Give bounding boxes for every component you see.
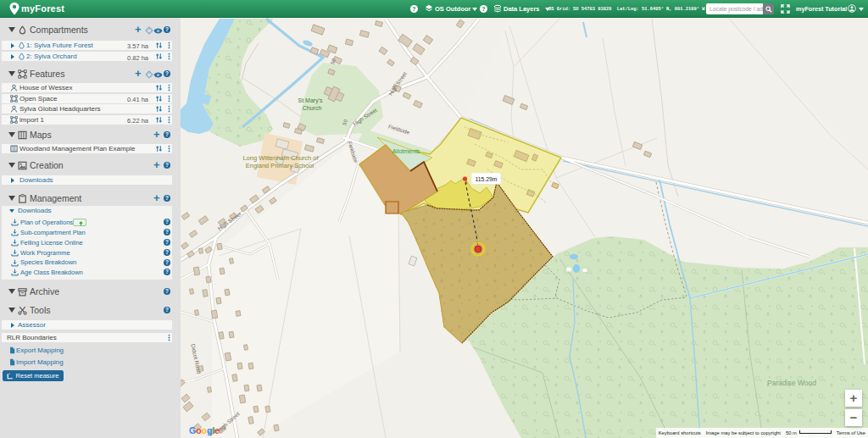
svg-text:Allotments: Allotments <box>392 148 420 154</box>
svg-text:115.29m: 115.29m <box>476 176 498 182</box>
svg-text:Long Wittenham Church of: Long Wittenham Church of <box>242 154 319 162</box>
svg-text:St Mary's: St Mary's <box>298 97 323 104</box>
svg-text:Church: Church <box>303 105 322 111</box>
svg-text:England Primary School: England Primary School <box>246 162 314 169</box>
svg-text:Paradise Wood: Paradise Wood <box>767 379 816 387</box>
